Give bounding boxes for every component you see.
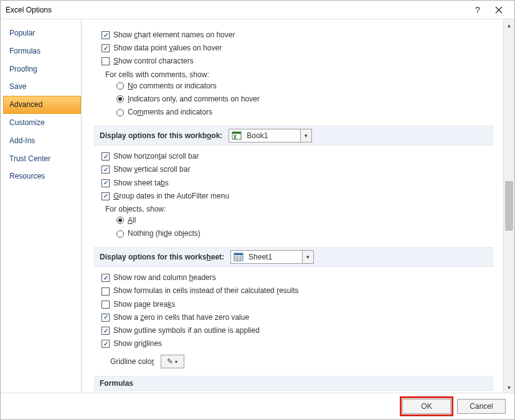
- chevron-down-icon: ▾: [175, 359, 177, 365]
- scrollbar-thumb[interactable]: [505, 181, 513, 231]
- check-vertical-scrollbar[interactable]: Show vertical scroll bar: [102, 164, 493, 175]
- sidebar-item-save[interactable]: Save: [3, 78, 81, 96]
- radio-objects-nothing[interactable]: Nothing (hide objects): [116, 228, 493, 240]
- workbook-dropdown-value: Book1: [244, 131, 300, 140]
- checkbox-icon: [102, 314, 110, 322]
- sidebar-item-formulas[interactable]: Formulas: [3, 42, 81, 60]
- workbook-dropdown[interactable]: Book1 ▾: [229, 129, 312, 142]
- radio-comments-and-indicators[interactable]: Comments and indicators: [116, 106, 493, 118]
- radio-no-comments[interactable]: No comments or indicators: [116, 80, 493, 92]
- checkbox-icon: [102, 301, 110, 309]
- check-gridlines[interactable]: Show gridlines: [102, 338, 493, 350]
- chevron-down-icon: ▾: [302, 251, 313, 263]
- radio-icon: [116, 95, 124, 103]
- checkbox-icon: [102, 44, 110, 52]
- content-pane: Show chart element names on hover Show d…: [82, 19, 503, 393]
- check-horizontal-scrollbar[interactable]: Show horizontal scroll bar: [102, 151, 493, 162]
- scroll-up-icon[interactable]: ▴: [504, 19, 514, 30]
- dialog-body: Popular Formulas Proofing Save Advanced …: [1, 19, 514, 393]
- check-outline-symbols[interactable]: Show outline symbols if an outline is ap…: [102, 325, 493, 337]
- scroll-down-icon[interactable]: ▾: [504, 381, 514, 393]
- radio-icon: [116, 230, 124, 238]
- checkbox-icon: [102, 287, 110, 296]
- objects-show-label: For objects, show:: [105, 205, 493, 213]
- checkbox-icon: [102, 152, 110, 161]
- worksheet-dropdown-value: Sheet1: [246, 253, 302, 261]
- checkbox-icon: [102, 192, 110, 200]
- check-data-point-values[interactable]: Show data point values on hover: [102, 42, 493, 54]
- sidebar-item-proofing[interactable]: Proofing: [3, 60, 81, 78]
- sidebar-item-trust-center[interactable]: Trust Center: [3, 150, 81, 168]
- radio-icon: [116, 82, 124, 90]
- sidebar-item-popular[interactable]: Popular: [3, 24, 81, 42]
- svg-rect-3: [232, 132, 241, 134]
- sidebar-item-addins[interactable]: Add-Ins: [3, 132, 81, 150]
- check-row-column-headers[interactable]: Show row and column headers: [102, 272, 493, 284]
- sidebar-item-advanced[interactable]: Advanced: [3, 96, 81, 114]
- check-chart-element-names[interactable]: Show chart element names on hover: [102, 29, 493, 41]
- check-control-characters[interactable]: Show control characters: [102, 55, 493, 67]
- titlebar: Excel Options ?: [1, 1, 514, 19]
- checkbox-icon: [102, 57, 110, 65]
- checkbox-icon: [102, 166, 110, 174]
- section-formulas: Formulas: [94, 376, 493, 391]
- worksheet-icon: [233, 252, 244, 262]
- vertical-scrollbar[interactable]: ▴ ▾: [503, 19, 514, 393]
- check-sheet-tabs[interactable]: Show sheet tabs: [102, 177, 493, 189]
- ok-button[interactable]: OK: [402, 399, 451, 414]
- help-button[interactable]: ?: [467, 2, 488, 17]
- check-show-zero[interactable]: Show a zero in cells that have zero valu…: [102, 312, 493, 324]
- gridline-color-button[interactable]: ✎ ▾: [161, 355, 184, 368]
- cancel-button[interactable]: Cancel: [457, 399, 506, 414]
- checkbox-icon: [102, 327, 110, 335]
- svg-rect-5: [234, 253, 243, 255]
- dialog-footer: OK Cancel: [1, 393, 514, 419]
- section-worksheet-display: Display options for this worksheet: Shee…: [94, 247, 493, 267]
- check-page-breaks[interactable]: Show page breaks: [102, 299, 493, 310]
- chevron-down-icon: ▾: [300, 129, 311, 142]
- check-group-dates-autofilter[interactable]: Group dates in the AutoFilter menu: [102, 190, 493, 202]
- gridline-color-row: Gridline color ✎ ▾: [110, 355, 493, 368]
- sidebar-item-resources[interactable]: Resources: [3, 167, 81, 185]
- workbook-icon: [231, 131, 242, 141]
- radio-icon: [116, 217, 124, 224]
- radio-objects-all[interactable]: All: [116, 215, 493, 226]
- excel-options-dialog: Excel Options ? Popular Formulas Proofin…: [0, 0, 515, 420]
- radio-indicators-only[interactable]: Indicators only, and comments on hover: [116, 93, 493, 105]
- checkbox-icon: [102, 31, 110, 39]
- radio-icon: [116, 109, 124, 116]
- close-icon: [495, 6, 503, 14]
- comments-show-label: For cells with comments, show:: [105, 70, 493, 79]
- paint-bucket-icon: ✎: [167, 357, 173, 366]
- content-wrap: Show chart element names on hover Show d…: [82, 19, 514, 393]
- sidebar: Popular Formulas Proofing Save Advanced …: [1, 19, 82, 393]
- dialog-title: Excel Options: [6, 6, 467, 14]
- section-workbook-display: Display options for this workbook: Book1…: [94, 126, 493, 146]
- checkbox-icon: [102, 274, 110, 282]
- worksheet-dropdown[interactable]: Sheet1 ▾: [230, 250, 314, 264]
- checkbox-icon: [102, 340, 110, 348]
- sidebar-item-customize[interactable]: Customize: [3, 114, 81, 132]
- close-button[interactable]: [488, 2, 509, 17]
- checkbox-icon: [102, 179, 110, 187]
- gridline-color-label: Gridline color: [110, 357, 154, 366]
- check-show-formulas[interactable]: Show formulas in cells instead of their …: [102, 285, 493, 297]
